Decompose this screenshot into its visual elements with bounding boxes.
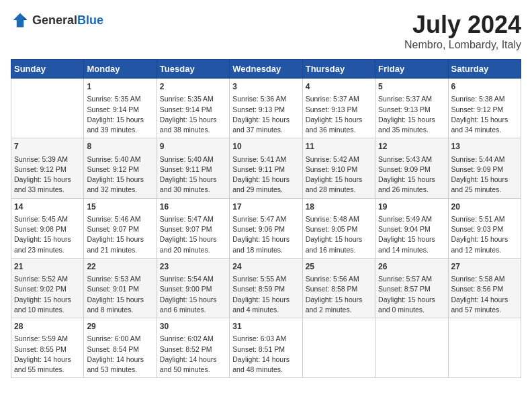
day-number: 6 [451,81,518,93]
day-content-line: Daylight: 15 hours [306,234,372,244]
day-content-line: and 28 minutes. [306,185,372,195]
calendar-week-4: 21Sunrise: 5:52 AMSunset: 9:02 PMDayligh… [11,258,521,318]
day-content-line: Sunset: 8:54 PM [87,345,153,355]
day-content-line: Sunrise: 5:51 AM [451,214,518,224]
calendar-week-2: 7Sunrise: 5:39 AMSunset: 9:12 PMDaylight… [11,138,521,198]
day-content-line: and 29 minutes. [232,185,299,195]
day-content-line: Sunset: 8:57 PM [378,284,445,294]
day-number: 26 [378,261,445,273]
calendar-cell [302,318,375,378]
header-day-saturday: Saturday [448,60,521,79]
day-content-line: Sunset: 9:12 PM [87,165,153,175]
calendar-cell: 6Sunrise: 5:38 AMSunset: 9:12 PMDaylight… [448,79,521,138]
day-number: 14 [14,201,81,213]
logo: GeneralBlue [11,11,103,30]
day-content-line: Sunrise: 5:47 AM [160,214,226,224]
day-content-line: Sunrise: 5:48 AM [306,214,372,224]
day-number: 17 [232,201,299,213]
day-content-line: Daylight: 15 hours [306,115,372,125]
header-day-thursday: Thursday [302,60,375,79]
day-content-line: Sunrise: 5:37 AM [378,94,445,104]
calendar-cell: 23Sunrise: 5:54 AMSunset: 9:00 PMDayligh… [157,258,229,318]
day-content-line: and 50 minutes. [160,365,226,375]
day-content-line: Sunset: 9:02 PM [14,284,81,294]
day-content-line: Sunset: 9:13 PM [232,105,299,115]
day-content-line: Daylight: 14 hours [451,295,518,305]
day-content-line: Sunset: 9:07 PM [160,224,226,234]
day-number: 8 [87,141,153,152]
day-content-line: Daylight: 15 hours [451,234,518,244]
day-content-line: Sunset: 9:04 PM [378,224,445,234]
header-day-friday: Friday [375,60,448,79]
calendar-cell: 8Sunrise: 5:40 AMSunset: 9:12 PMDaylight… [84,138,157,198]
calendar-cell: 14Sunrise: 5:45 AMSunset: 9:08 PMDayligh… [11,198,84,258]
day-content-line: Daylight: 14 hours [87,355,153,365]
day-content-line: and 48 minutes. [232,365,299,375]
day-content-line: and 30 minutes. [160,185,226,195]
day-content-line: and 37 minutes. [232,125,299,135]
day-content-line: and 53 minutes. [87,365,153,375]
calendar-cell: 16Sunrise: 5:47 AMSunset: 9:07 PMDayligh… [157,198,229,258]
calendar-cell: 22Sunrise: 5:53 AMSunset: 9:01 PMDayligh… [84,258,157,318]
calendar-cell: 27Sunrise: 5:58 AMSunset: 8:56 PMDayligh… [448,258,521,318]
day-number: 1 [87,81,153,93]
day-content-line: Sunset: 9:06 PM [232,224,299,234]
day-content-line: Sunrise: 6:03 AM [232,334,299,344]
calendar-cell: 12Sunrise: 5:43 AMSunset: 9:09 PMDayligh… [375,138,448,198]
calendar-cell: 31Sunrise: 6:03 AMSunset: 8:51 PMDayligh… [230,318,302,378]
day-content-line: Sunrise: 5:57 AM [378,274,445,284]
day-content-line: Sunrise: 5:41 AM [232,154,299,165]
day-content-line: Sunrise: 5:45 AM [14,214,81,224]
day-content-line: Daylight: 15 hours [378,115,445,125]
calendar-cell: 13Sunrise: 5:44 AMSunset: 9:09 PMDayligh… [448,138,521,198]
calendar-cell [448,318,521,378]
day-content-line: Daylight: 14 hours [232,355,299,365]
day-number: 20 [451,201,518,213]
day-number: 11 [306,141,372,152]
day-content-line: Sunrise: 5:43 AM [378,154,445,165]
location-subtitle: Nembro, Lombardy, Italy [404,39,521,51]
logo-text: GeneralBlue [32,13,103,28]
day-content-line: and 39 minutes. [87,125,153,135]
calendar-week-1: 1Sunrise: 5:35 AMSunset: 9:14 PMDaylight… [11,79,521,138]
day-content-line: and 4 minutes. [232,305,299,315]
calendar-cell: 3Sunrise: 5:36 AMSunset: 9:13 PMDaylight… [230,79,302,138]
calendar-cell: 11Sunrise: 5:42 AMSunset: 9:10 PMDayligh… [302,138,375,198]
day-content-line: Sunrise: 5:40 AM [87,154,153,165]
day-number: 25 [306,261,372,273]
calendar-cell: 10Sunrise: 5:41 AMSunset: 9:11 PMDayligh… [230,138,302,198]
day-content-line: and 25 minutes. [451,185,518,195]
day-content-line: Daylight: 15 hours [160,295,226,305]
day-number: 23 [160,261,226,273]
calendar-header-row: SundayMondayTuesdayWednesdayThursdayFrid… [11,60,521,79]
day-content-line: Daylight: 15 hours [160,115,226,125]
day-content-line: Sunset: 8:55 PM [14,345,81,355]
logo-icon [11,11,30,30]
day-content-line: Sunrise: 5:54 AM [160,274,226,284]
day-content-line: Daylight: 15 hours [232,234,299,244]
calendar-week-3: 14Sunrise: 5:45 AMSunset: 9:08 PMDayligh… [11,198,521,258]
day-content-line: and 0 minutes. [378,305,445,315]
day-content-line: Sunset: 9:07 PM [87,224,153,234]
day-content-line: Sunset: 8:58 PM [306,284,372,294]
day-content-line: Daylight: 15 hours [306,295,372,305]
day-number: 13 [451,141,518,152]
day-number: 30 [160,321,226,332]
day-content-line: Sunrise: 6:02 AM [160,334,226,344]
day-content-line: and 26 minutes. [378,185,445,195]
day-content-line: Daylight: 15 hours [378,295,445,305]
day-content-line: Sunrise: 5:36 AM [232,94,299,104]
calendar-cell: 18Sunrise: 5:48 AMSunset: 9:05 PMDayligh… [302,198,375,258]
day-content-line: Daylight: 14 hours [14,355,81,365]
day-number: 22 [87,261,153,273]
day-content-line: Daylight: 15 hours [160,175,226,185]
calendar-cell [375,318,448,378]
day-number: 29 [87,321,153,332]
day-content-line: Sunrise: 5:35 AM [160,94,226,104]
calendar-cell: 9Sunrise: 5:40 AMSunset: 9:11 PMDaylight… [157,138,229,198]
calendar-cell: 5Sunrise: 5:37 AMSunset: 9:13 PMDaylight… [375,79,448,138]
day-content-line: Daylight: 15 hours [451,175,518,185]
day-content-line: and 2 minutes. [306,305,372,315]
calendar-cell: 21Sunrise: 5:52 AMSunset: 9:02 PMDayligh… [11,258,84,318]
svg-marker-1 [24,17,27,20]
